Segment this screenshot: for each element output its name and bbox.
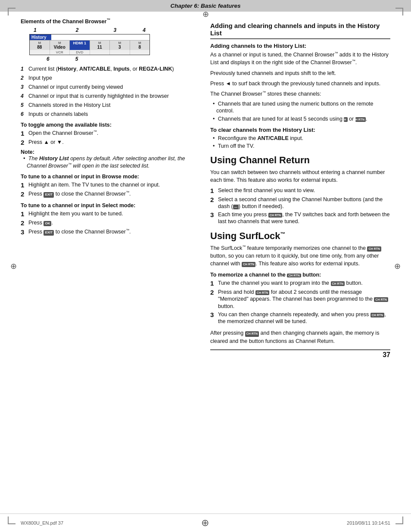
channel-return-steps: 1 Select the first channel you want to v… — [210, 187, 390, 225]
note-bullet-1: The History List opens by default. After… — [21, 155, 202, 169]
list-item-3: 3 Channel or input currently being viewe… — [21, 84, 202, 91]
browser-channel-4: M 11 — [90, 40, 110, 50]
corner-mark-tl — [8, 8, 16, 16]
diagram-title: Elements of the Channel Browser™ — [21, 18, 202, 25]
memorize-step-2: 2 Press and hold CH RTN for about 2 seco… — [210, 289, 390, 310]
select-step-1: 1 Highlight the item you want to be tune… — [21, 210, 202, 218]
browser-channel-2: M Video — [50, 40, 70, 50]
adding-title: Adding channels to the History List: — [210, 43, 390, 49]
browser-channel-5: M 3 — [110, 40, 130, 50]
channel-return-title: Using Channel Return — [210, 155, 390, 166]
memorize-steps: 1 Tune the channel you want to program i… — [210, 280, 390, 325]
page: ⊕ ⊕ ⊕ Chapter 6: Basic features Elements… — [0, 0, 411, 532]
main-content: Elements of the Channel Browser™ 1 2 3 4 — [0, 13, 411, 363]
toggle-steps: 1 Open the Channel Browser™. 2 Press ▲ o… — [21, 130, 202, 146]
reg-mark-right: ⊕ — [394, 261, 401, 271]
clearing-bullet-1: Reconfigure the ANT/CABLE input. — [210, 135, 390, 142]
browser-history-bar: History — [30, 34, 51, 40]
toggle-step-1: 1 Open the Channel Browser™. — [21, 130, 202, 137]
footer-right: 2010/08/11 10:14:51 — [347, 520, 390, 526]
browser-sub-row: VCR DVD — [30, 50, 149, 55]
reg-mark-top: ⊕ — [202, 9, 209, 19]
toggle-step-2: 2 Press ▲ or ▼. — [21, 139, 202, 146]
adding-para-3: Press ◄ to surf back through the previou… — [210, 80, 390, 87]
history-section: Adding and clearing channels and inputs … — [210, 22, 390, 149]
browse-step-1: 1 Highlight an item. The TV tunes to the… — [21, 181, 202, 189]
browse-header: To tune to a channel or input in Browse … — [21, 174, 202, 180]
toggle-header: To toggle among the available lists: — [21, 122, 202, 128]
select-header: To tune to a channel or input in Select … — [21, 202, 202, 208]
browser-channels-row: M 88 M Video HDMI 1 — [30, 40, 149, 50]
channel-return-section: Using Channel Return You can switch betw… — [210, 155, 390, 225]
browse-steps: 1 Highlight an item. The TV tunes to the… — [21, 181, 202, 198]
page-footer: WX800U_EN.pdf 37 ⊕ 2010/08/11 10:14:51 — [0, 513, 411, 532]
footer-left: WX800U_EN.pdf 37 — [21, 520, 63, 526]
browser-channel-1: M 88 — [30, 40, 50, 50]
page-number: 37 — [383, 351, 390, 358]
diagram-numbers-top: 1 2 3 4 — [25, 27, 150, 33]
corner-mark-tr — [395, 8, 403, 16]
adding-bullet-1: Channels that are tuned using the numeri… — [210, 100, 390, 115]
adding-bullets: Channels that are tuned using the numeri… — [210, 100, 390, 122]
browser-channel-6: M 8 — [130, 40, 150, 50]
list-item-1: 1 Current list (History, ANT/CABLE, Inpu… — [21, 65, 202, 73]
divider — [210, 38, 390, 39]
adding-para-2: Previously tuned channels and inputs shi… — [210, 69, 390, 77]
reg-mark-left: ⊕ — [10, 261, 17, 271]
ch-return-step-3: 3 Each time you press CH RTN, the TV swi… — [210, 211, 390, 225]
browser-box: History M 88 M Video — [29, 34, 150, 55]
list-item-5: 5 Channels stored in the History List — [21, 102, 202, 109]
channel-browser-diagram: 1 2 3 4 History M 88 — [25, 27, 150, 62]
clearing-bullet-2: Turn off the TV. — [210, 143, 390, 149]
note-box: Note: The History List opens by default.… — [21, 149, 202, 169]
chapter-title: Chapter 6: Basic features — [171, 3, 241, 9]
surflock-closing: After pressing CH RTN and then changing … — [210, 329, 390, 345]
browser-channel-3: HDMI 1 — [70, 40, 90, 50]
select-step-2: 2 Press OK. — [21, 219, 202, 227]
left-column: Elements of the Channel Browser™ 1 2 3 4 — [21, 18, 202, 359]
clearing-title: To clear channels from the History List: — [210, 127, 390, 133]
clearing-bullets: Reconfigure the ANT/CABLE input. Turn of… — [210, 135, 390, 150]
list-item-2: 2 Input type — [21, 75, 202, 82]
ch-return-step-2: 2 Select a second channel using the Chan… — [210, 196, 390, 210]
surflock-para: The SurfLock™ feature temporarily memori… — [210, 244, 390, 268]
adding-para-4: The Channel Browser™ stores these channe… — [210, 90, 390, 98]
adding-para-1: As a channel or input is tuned, the Chan… — [210, 51, 390, 67]
adding-bullet-2: Channels that are tuned for at least 5 s… — [210, 115, 390, 122]
surflock-section: Using SurfLock™ The SurfLock™ feature te… — [210, 230, 390, 345]
footer-center: ⊕ — [201, 517, 209, 529]
memorize-header: To memorize a channel to the CH RTN butt… — [210, 272, 390, 278]
right-column: Adding and clearing channels and inputs … — [210, 18, 390, 359]
memorize-step-1: 1 Tune the channel you want to program i… — [210, 280, 390, 287]
diagram-section: Elements of the Channel Browser™ 1 2 3 4 — [21, 18, 202, 118]
memorize-step-3: 3 You can then change channels repeatedl… — [210, 311, 390, 325]
select-steps: 1 Highlight the item you want to be tune… — [21, 210, 202, 236]
list-item-4: 4 Channel or input that is currently hig… — [21, 93, 202, 100]
browse-step-2: 2 Press EXIT to close the Channel Browse… — [21, 190, 202, 198]
items-list: 1 Current list (History, ANT/CABLE, Inpu… — [21, 65, 202, 118]
page-number-box: 37 — [210, 349, 390, 359]
ch-return-step-1: 1 Select the first channel you want to v… — [210, 187, 390, 195]
history-section-title: Adding and clearing channels and inputs … — [210, 22, 390, 37]
channel-return-para: You can switch between two channels with… — [210, 168, 390, 184]
note-bullet-list: The History List opens by default. After… — [21, 155, 202, 169]
diagram-numbers-bottom: 6 5 — [25, 56, 150, 62]
surflock-title: Using SurfLock™ — [210, 230, 390, 242]
list-item-6: 6 Inputs or channels labels — [21, 111, 202, 118]
select-step-3: 3 Press EXIT to close the Channel Browse… — [21, 228, 202, 236]
